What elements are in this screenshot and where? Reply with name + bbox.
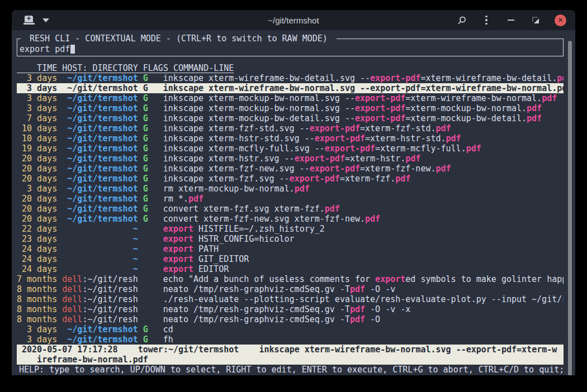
- menu-button[interactable]: [481, 15, 492, 26]
- row-directory: dell:~/git/resh: [62, 284, 138, 294]
- row-command: rm *.pdf: [163, 194, 564, 204]
- history-row[interactable]: 3 days~/git/termshotGrm xterm-mockup-bw-…: [17, 184, 564, 194]
- row-flags: G: [143, 133, 148, 144]
- close-icon: ✕: [557, 16, 563, 24]
- row-flags: G: [143, 194, 148, 204]
- row-command: echo "Add a bunch of useless comments fo…: [163, 274, 564, 284]
- row-time: 20 days: [17, 154, 57, 164]
- row-flags: G: [143, 73, 148, 83]
- history-row[interactable]: 3 days~/git/termshotGinkscape xterm-mock…: [17, 93, 564, 103]
- row-flags: G: [143, 184, 148, 194]
- history-row[interactable]: 20 days~/git/termshotGinkscape xterm-fzf…: [17, 174, 564, 184]
- minimize-icon: [508, 20, 514, 21]
- history-row[interactable]: 3 days~/git/termshotGcd: [17, 324, 564, 334]
- row-time: 8 months: [17, 294, 57, 304]
- row-directory: ~/git/termshot: [62, 334, 138, 345]
- history-row[interactable]: 10 days~/git/termshotGinkscape xterm-hst…: [17, 133, 564, 144]
- row-command: inkscape xterm-mockup-bw-normal.svg --ex…: [163, 93, 564, 103]
- new-tab-button[interactable]: +: [23, 16, 35, 25]
- row-time: 8 months: [17, 304, 57, 314]
- terminal-window: + ~/git/termshot: [12, 10, 575, 375]
- history-row[interactable]: 22 days~export HISTFILE=~/.zsh_history_2: [17, 224, 564, 234]
- history-row[interactable]: 8 monthsdell:~/git/reshneato /tmp/resh-g…: [17, 304, 564, 314]
- row-time: 3 days: [17, 83, 57, 93]
- row-directory: ~: [62, 244, 138, 254]
- row-flags: G: [143, 334, 148, 345]
- history-row[interactable]: 3 days~/git/termshotGfh: [17, 334, 564, 345]
- history-row[interactable]: 24 days~export GIT_EDITOR: [17, 254, 564, 264]
- row-command: convert xterm-fzf.svg xterm-fzf.pdf: [163, 204, 564, 214]
- row-time: 24 days: [17, 254, 57, 264]
- row-command: ./resh-evaluate --plotting-script evalua…: [163, 294, 564, 304]
- titlebar: + ~/git/termshot: [12, 10, 575, 30]
- row-flags: G: [143, 154, 148, 164]
- row-flags: G: [143, 204, 148, 214]
- row-command: inkscape xterm-mockup-bw-normal.svg --ex…: [163, 103, 564, 113]
- scrollbar[interactable]: [568, 41, 572, 375]
- search-icon: [457, 16, 467, 25]
- history-row[interactable]: 3 days~/git/termshotGinkscape xterm-wire…: [17, 83, 564, 93]
- row-directory: ~/git/termshot: [62, 164, 138, 174]
- row-directory: ~/git/termshot: [62, 324, 138, 334]
- row-time: 20 days: [17, 174, 57, 184]
- row-directory: dell:~/git/resh: [62, 314, 138, 324]
- row-flags: G: [143, 103, 148, 113]
- text-cursor: [70, 45, 75, 54]
- row-directory: dell:~/git/resh: [62, 294, 138, 304]
- row-directory: dell:~/git/resh: [62, 274, 138, 284]
- search-input[interactable]: export pdf: [20, 44, 75, 54]
- row-command: inkscape xterm-fzf-new.svg --export-pdf=…: [163, 164, 564, 174]
- row-command: inkscape xterm-hstr-std.svg --export-pdf…: [163, 133, 564, 144]
- row-flags: G: [143, 123, 148, 133]
- row-command: cd: [163, 324, 564, 334]
- row-command: neato /tmp/resh-graphviz-cmdSeq.gv -Tpdf…: [163, 284, 564, 294]
- row-time: 8 months: [17, 284, 57, 294]
- row-directory: ~: [62, 224, 138, 234]
- row-command: inkscape xterm-mockup-bw-detail.svg --ex…: [163, 113, 564, 123]
- row-time: 3 days: [17, 324, 57, 334]
- history-row[interactable]: 19 days~/git/termshotGinkscape xterm-mcf…: [17, 144, 564, 154]
- row-time: 20 days: [17, 164, 57, 174]
- search-button[interactable]: [456, 15, 467, 26]
- history-row[interactable]: 20 days~/git/termshotGinkscape xterm-fzf…: [17, 164, 564, 174]
- history-row[interactable]: 7 monthsdell:~/git/reshecho "Add a bunch…: [17, 274, 564, 284]
- history-row[interactable]: 8 monthsdell:~/git/reshneato /tmp/resh-g…: [17, 314, 564, 324]
- row-time: 3 days: [17, 93, 57, 103]
- row-time: 7 months: [17, 274, 57, 284]
- row-command: convert xterm-fzf-new.svg xterm-fzf-new.…: [163, 214, 564, 224]
- history-row[interactable]: 10 days~/git/termshotGinkscape xterm-fzf…: [17, 123, 564, 133]
- history-row[interactable]: 8 monthsdell:~/git/resh./resh-evaluate -…: [17, 294, 564, 304]
- history-row[interactable]: 3 days~/git/termshotGinkscape xterm-wire…: [17, 73, 564, 83]
- row-directory: ~/git/termshot: [62, 154, 138, 164]
- row-time: 20 days: [17, 194, 57, 204]
- minimize-button[interactable]: [505, 15, 517, 26]
- row-time: 3 days: [17, 103, 57, 113]
- history-row[interactable]: 20 days~/git/termshotGconvert xterm-fzf.…: [17, 204, 564, 214]
- restore-button[interactable]: [530, 15, 541, 26]
- tab-dropdown-button[interactable]: [42, 18, 49, 22]
- close-button[interactable]: ✕: [555, 15, 566, 26]
- row-directory: ~/git/termshot: [62, 103, 138, 113]
- plus-icon: +: [25, 15, 33, 21]
- row-flags: G: [143, 83, 148, 93]
- row-time: 20 days: [17, 204, 57, 214]
- row-command: export HISTFILE=~/.zsh_history_2: [163, 224, 564, 234]
- row-directory: ~/git/termshot: [62, 113, 138, 123]
- history-row[interactable]: 24 days~export PATH: [17, 244, 564, 254]
- history-row[interactable]: 7 days~/git/termshotGinkscape xterm-mock…: [17, 113, 564, 123]
- row-time: 22 days: [17, 224, 57, 234]
- history-row[interactable]: 20 days~/git/termshotGconvert xterm-fzf-…: [17, 214, 564, 224]
- row-command: export PATH: [163, 244, 564, 254]
- row-time: 24 days: [17, 244, 57, 254]
- row-time: 7 days: [17, 113, 57, 123]
- history-row[interactable]: 20 days~/git/termshotGinkscape xterm-hst…: [17, 154, 564, 164]
- table-header: TIME HOST: DIRECTORY FLAGS COMMAND-LINE: [17, 63, 564, 73]
- history-row[interactable]: 8 monthsdell:~/git/reshneato /tmp/resh-g…: [17, 284, 564, 294]
- search-panel: RESH CLI - CONTEXTUAL MODE - (CTRL+R to …: [17, 39, 564, 56]
- history-row[interactable]: 24 days~export EDITOR: [17, 264, 564, 274]
- row-command: inkscape xterm-fzf.svg --export-pdf=xter…: [163, 174, 564, 184]
- history-row[interactable]: 20 days~/git/termshotGrm *.pdf: [17, 194, 564, 204]
- row-directory: ~: [62, 254, 138, 264]
- history-row[interactable]: 23 days~export HSTR_CONFIG=hicolor: [17, 234, 564, 244]
- history-row[interactable]: 3 days~/git/termshotGinkscape xterm-mock…: [17, 103, 564, 113]
